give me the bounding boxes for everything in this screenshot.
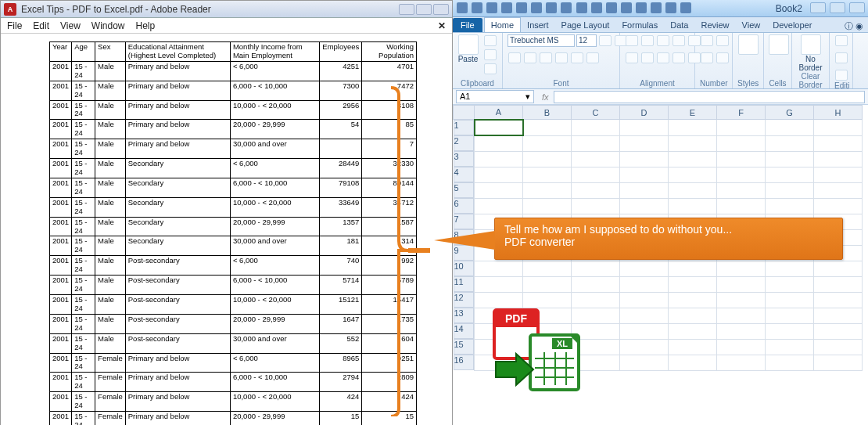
fill-icon[interactable]	[835, 52, 848, 63]
minimize-button[interactable]	[399, 4, 414, 15]
cell[interactable]	[620, 308, 669, 323]
close-button[interactable]	[433, 4, 449, 15]
cell[interactable]	[766, 276, 814, 292]
decrease-indent-icon[interactable]	[673, 52, 685, 63]
menu-file[interactable]: File	[7, 20, 22, 31]
no-border-button[interactable]: NoBorder	[797, 34, 824, 72]
cell[interactable]	[475, 151, 523, 167]
menu-edit[interactable]: Edit	[33, 20, 49, 31]
font-size-combo[interactable]: 12	[576, 34, 597, 47]
row-header[interactable]: 6	[454, 198, 474, 214]
cell[interactable]	[523, 182, 572, 198]
bold-icon[interactable]	[508, 52, 521, 63]
cell[interactable]	[523, 120, 572, 136]
autosum-icon[interactable]	[835, 35, 848, 46]
align-bottom-icon[interactable]	[657, 35, 669, 46]
tab-home[interactable]: Home	[484, 17, 521, 32]
qat-item-icon[interactable]	[606, 2, 617, 13]
cell[interactable]	[475, 261, 523, 276]
col-header[interactable]: B	[523, 106, 572, 120]
border-icon[interactable]	[555, 52, 568, 63]
cell[interactable]	[766, 323, 814, 339]
cell[interactable]	[620, 151, 669, 167]
align-left-icon[interactable]	[626, 52, 638, 63]
tab-file[interactable]: File	[453, 18, 482, 32]
cell[interactable]	[669, 355, 717, 370]
select-all-corner[interactable]	[454, 106, 475, 120]
cell[interactable]	[766, 198, 814, 214]
row-header[interactable]: 5	[454, 182, 474, 198]
col-header[interactable]: C	[572, 106, 620, 120]
cut-icon[interactable]	[484, 35, 497, 46]
cell[interactable]	[814, 151, 863, 167]
cell[interactable]	[766, 167, 814, 182]
cell[interactable]	[766, 182, 814, 198]
italic-icon[interactable]	[524, 52, 536, 63]
qat-camera-icon[interactable]	[591, 2, 602, 13]
cell[interactable]	[620, 167, 669, 182]
qat-item5-icon[interactable]	[665, 2, 676, 13]
font-name-combo[interactable]: Trebuchet MS	[508, 34, 575, 47]
cell[interactable]	[669, 182, 717, 198]
row-header[interactable]: 7	[454, 214, 474, 229]
fill-color-icon[interactable]	[571, 52, 583, 63]
align-middle-icon[interactable]	[641, 35, 654, 46]
row-header[interactable]: 3	[454, 151, 474, 167]
row-header[interactable]: 4	[454, 167, 474, 182]
row-header[interactable]: 10	[454, 261, 474, 276]
cell[interactable]	[814, 167, 863, 182]
cell[interactable]	[814, 182, 863, 198]
cell[interactable]	[717, 339, 766, 355]
cell[interactable]	[814, 261, 863, 276]
cell[interactable]	[572, 276, 620, 292]
cell[interactable]	[766, 135, 814, 151]
cell[interactable]	[475, 135, 523, 151]
qat-chevron-icon[interactable]	[680, 2, 691, 13]
clear-icon[interactable]	[835, 70, 848, 81]
cell[interactable]	[814, 292, 863, 308]
qat-sort-icon[interactable]	[561, 2, 572, 13]
ribbon-help-icon[interactable]: ⓘ ◉	[840, 20, 868, 32]
tab-developer[interactable]: Developer	[766, 18, 818, 32]
cell[interactable]	[620, 182, 669, 198]
cell[interactable]	[572, 167, 620, 182]
cell[interactable]	[717, 292, 766, 308]
cell[interactable]	[475, 276, 523, 292]
cell[interactable]	[620, 120, 669, 136]
cell[interactable]	[572, 135, 620, 151]
cell[interactable]	[717, 182, 766, 198]
cell[interactable]	[523, 198, 572, 214]
cell[interactable]	[523, 135, 572, 151]
cell[interactable]	[766, 355, 814, 370]
row-header[interactable]: 2	[454, 135, 474, 151]
qat-filter-icon[interactable]	[576, 2, 587, 13]
cell[interactable]	[523, 261, 572, 276]
cell[interactable]	[717, 167, 766, 182]
inc-decimal-icon[interactable]	[701, 52, 713, 63]
cell[interactable]	[572, 120, 620, 136]
increase-font-icon[interactable]	[599, 35, 612, 46]
col-header[interactable]: A	[475, 106, 523, 120]
formula-input[interactable]	[554, 91, 865, 103]
tab-page-layout[interactable]: Page Layout	[555, 18, 616, 32]
close-doc-x-icon[interactable]: ✕	[438, 20, 446, 31]
cell[interactable]	[572, 151, 620, 167]
col-header[interactable]: G	[766, 106, 814, 120]
cell[interactable]	[475, 198, 523, 214]
row-header[interactable]: 12	[454, 292, 474, 308]
cell[interactable]	[669, 198, 717, 214]
xl-minimize-button[interactable]	[810, 2, 826, 13]
font-color-icon[interactable]	[586, 52, 599, 63]
percent-icon[interactable]	[701, 35, 713, 46]
paste-button[interactable]: Paste	[457, 34, 479, 63]
cell[interactable]	[814, 355, 863, 370]
qat-preview-icon[interactable]	[546, 2, 557, 13]
cell[interactable]	[523, 292, 572, 308]
cell[interactable]	[572, 261, 620, 276]
cell[interactable]	[814, 323, 863, 339]
styles-button[interactable]	[737, 34, 759, 55]
col-header[interactable]: E	[669, 106, 717, 120]
cell[interactable]	[717, 323, 766, 339]
format-painter-icon[interactable]	[484, 63, 497, 74]
cell[interactable]	[814, 120, 863, 136]
